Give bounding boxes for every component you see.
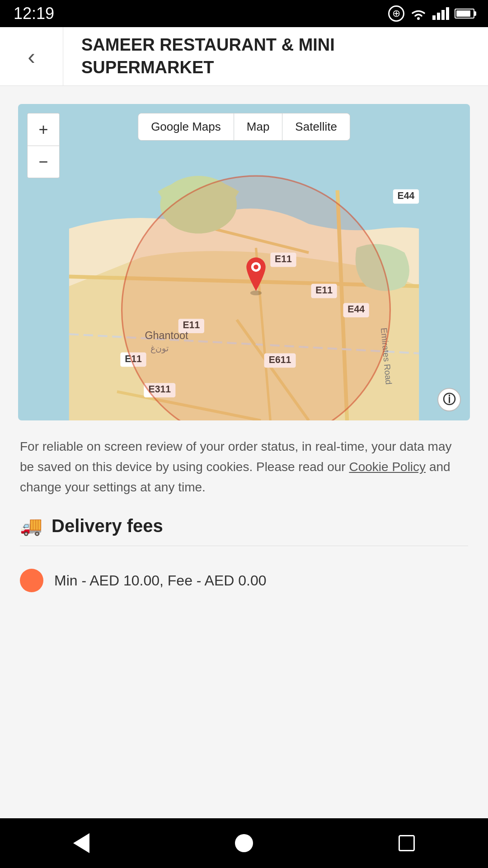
map-info-button[interactable]: ⓘ [437, 388, 461, 411]
svg-text:E44: E44 [398, 190, 415, 201]
map-background: E44 E11 E44 E11 E11 E611 E311 E11 Emira [18, 104, 470, 420]
nav-back-button[interactable] [63, 825, 99, 861]
nav-recent-button[interactable] [389, 825, 425, 861]
app-header: ‹ SAMEER RESTAURANT & MINI SUPERMARKET [0, 27, 488, 86]
delivery-fees-header: 🚚 Delivery fees [20, 511, 468, 546]
map-container[interactable]: E44 E11 E44 E11 E11 E611 E311 E11 Emira [18, 104, 470, 420]
home-circle-icon [235, 834, 253, 852]
delivery-fees-title: Delivery fees [52, 516, 163, 536]
antenna-icon: ⊕ [388, 5, 404, 22]
map-controls: + − [27, 113, 60, 178]
map-type-map-button[interactable]: Map [234, 113, 283, 141]
battery-icon [455, 9, 474, 19]
zoom-out-button[interactable]: − [27, 146, 60, 178]
recent-square-icon [399, 835, 415, 851]
status-time: 12:19 [14, 4, 54, 23]
delivery-fees-section: 🚚 Delivery fees Min - AED 10.00, Fee - A… [0, 511, 488, 606]
fee-dot [20, 569, 43, 592]
zoom-in-button[interactable]: + [27, 113, 60, 146]
back-triangle-icon [73, 833, 89, 853]
back-button[interactable]: ‹ [28, 45, 35, 68]
svg-point-31 [250, 291, 262, 296]
cookie-notice: For reliable on screen review of your or… [0, 420, 488, 511]
satellite-button[interactable]: Satellite [282, 113, 350, 141]
svg-point-0 [417, 17, 420, 20]
delivery-truck-icon: 🚚 [20, 515, 42, 537]
signal-icon [432, 7, 449, 20]
status-bar: 12:19 ⊕ [0, 0, 488, 27]
bottom-nav [0, 818, 488, 868]
main-content: E44 E11 E44 E11 E11 E611 E311 E11 Emira [0, 86, 488, 818]
map-type-buttons: Google Maps Map Satellite [138, 113, 350, 141]
cookie-policy-link[interactable]: Cookie Policy [349, 460, 426, 474]
section-divider [20, 546, 468, 546]
svg-point-33 [253, 264, 258, 269]
back-button-container[interactable]: ‹ [0, 27, 63, 85]
status-icons: ⊕ [388, 5, 474, 22]
fee-item: Min - AED 10.00, Fee - AED 0.00 [20, 560, 468, 606]
google-maps-button[interactable]: Google Maps [138, 113, 234, 141]
nav-home-button[interactable] [226, 825, 262, 861]
wifi-icon [410, 7, 427, 20]
page-title: SAMEER RESTAURANT & MINI SUPERMARKET [63, 34, 488, 79]
fee-text: Min - AED 10.00, Fee - AED 0.00 [54, 572, 267, 589]
